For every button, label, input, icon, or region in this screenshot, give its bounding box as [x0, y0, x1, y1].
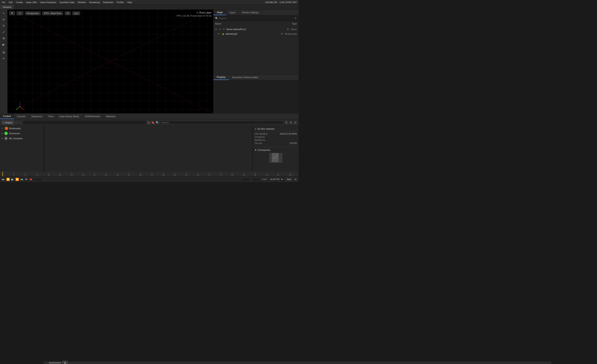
tab-flow[interactable]: Flow — [46, 114, 56, 119]
tab-stage[interactable]: Stage — [213, 9, 226, 15]
loop-button[interactable]: ⟳ — [25, 178, 28, 181]
omniverse-icon: ○ — [4, 132, 8, 135]
tab-nvidia-assets[interactable]: NVIDIA Assets — [82, 114, 103, 119]
eye-button[interactable]: 👁 — [65, 11, 71, 15]
tab-isaac-assets[interactable]: Isaac Assets (Beta) — [56, 114, 82, 119]
date-modified-value: 06/03/22 05:36PM — [280, 133, 297, 135]
collapse-checkpoints-icon[interactable]: ▼ — [255, 149, 257, 151]
no-files-label: No files selected — [258, 128, 274, 130]
tab-render-settings[interactable]: Render Settings — [239, 9, 262, 15]
bottom-section: Content Console Sequencer Flow Isaac Ass… — [0, 114, 298, 182]
tab-property[interactable]: Property — [213, 75, 229, 80]
filter-button[interactable]: ⊟ — [148, 121, 150, 124]
menu-isaac-utils[interactable]: Isaac Utils — [26, 1, 37, 4]
play-button[interactable]: ▶ — [11, 178, 14, 181]
tab-console[interactable]: Console — [14, 114, 29, 119]
tick-80: 80 — [231, 172, 233, 176]
end-frame-input[interactable]: 100 — [252, 178, 260, 181]
collapse-nofiles-icon[interactable]: ▼ — [255, 128, 257, 130]
move-tool[interactable]: ✛ — [1, 17, 7, 23]
expand-bookmarks[interactable]: ▼ — [2, 127, 4, 129]
viewport[interactable]: ⚙ 🎥 Perspective RTX - Real-Time 👁 ((•)) … — [8, 9, 213, 114]
fps-select[interactable]: 24.00 FPS — [268, 178, 284, 181]
menu-synthetic-data[interactable]: Synthetic Data — [60, 1, 74, 4]
expand-omniverse[interactable]: ▶ — [2, 132, 3, 134]
created-by-row: Created by — [255, 136, 297, 138]
expand-mycomputer[interactable]: ▶ — [2, 137, 3, 139]
menu-isaac-examples[interactable]: Isaac Examples — [40, 1, 56, 4]
content-search-input[interactable] — [160, 121, 283, 124]
menu-help[interactable]: Help — [127, 1, 132, 4]
cursor-tool[interactable]: ↖ — [1, 10, 7, 16]
menu-profiler[interactable]: Profiler — [117, 1, 124, 4]
menu-rendering[interactable]: Rendering — [89, 1, 100, 4]
cache-info: CACHE:ON LIVE SYNC:OFF — [265, 1, 297, 4]
file-tree-item-bookmarks[interactable]: ▼ 🔖 Bookmarks — [0, 126, 43, 131]
file-tree-item-omniverse[interactable]: ▶ ○ Omniverse — [0, 131, 43, 136]
eye2-defaultlight[interactable]: 👁 — [281, 33, 283, 35]
nav-forward-button[interactable]: › — [19, 121, 21, 124]
tab-sequencer[interactable]: Sequencer — [29, 114, 46, 119]
import-button[interactable]: + Import — [2, 121, 14, 124]
nav-back-button[interactable]: ‹ — [15, 121, 18, 124]
menu-edit[interactable]: Edit — [9, 1, 13, 4]
settings-button[interactable]: ⚙ — [9, 11, 15, 15]
settings-timeline-button[interactable]: ⚙ — [294, 178, 297, 181]
paint-tool[interactable]: ✏ — [1, 56, 7, 61]
tab-layer[interactable]: Layer — [226, 9, 239, 15]
step-back-button[interactable]: ⏪ — [6, 178, 10, 181]
snap-tool[interactable]: ⊞ — [1, 49, 7, 55]
tab-content[interactable]: Content — [0, 114, 14, 119]
fps-counter: 1190 — [262, 178, 267, 181]
menu-create[interactable]: Create — [16, 1, 23, 4]
rtx-button[interactable]: RTX - Real-Time — [42, 11, 63, 15]
tick-12: 12 — [36, 172, 38, 176]
eye2-world[interactable]: 👁 — [287, 28, 289, 30]
file-tree-item-mycomputer[interactable]: ▶ 🖥 My Computer — [0, 136, 43, 141]
perspective-button[interactable]: Perspective — [25, 11, 40, 15]
eye-defaultlight[interactable]: 👁 — [218, 33, 220, 35]
content-tabs: Content Console Sequencer Flow Isaac Ass… — [0, 114, 298, 119]
skip-start-button[interactable]: ⏮ — [2, 178, 5, 181]
stage-search-input[interactable] — [219, 17, 293, 20]
computer-icon: 🖥 — [4, 137, 8, 140]
tick-36: 36 — [105, 172, 107, 176]
menu-window[interactable]: Window — [78, 1, 86, 4]
tick-52: 52 — [151, 172, 153, 176]
content-filter-button[interactable]: ⊟ — [294, 121, 297, 124]
viewport-controls: ⚙ 🎥 Perspective RTX - Real-Time 👁 ((•)) — [9, 11, 80, 15]
eye-world[interactable]: 👁 — [215, 28, 217, 30]
tick-96: 96 — [277, 172, 279, 176]
current-frame-input[interactable]: 0 — [34, 178, 42, 181]
start-frame-input[interactable]: 0 — [242, 178, 250, 181]
timeline-ruler[interactable]: 0481216202428323640444852566064687276808… — [0, 172, 298, 177]
tab-materials[interactable]: Materials — [103, 114, 118, 119]
audio-button[interactable]: ((•)) — [72, 11, 80, 15]
record-button[interactable]: ⏺ — [29, 178, 32, 181]
checkpoints-header[interactable]: ▼ Checkpoints — [255, 149, 297, 151]
auto-button[interactable]: Auto — [285, 178, 293, 181]
list-view-button[interactable]: ☰ — [285, 121, 288, 124]
step-forward-button[interactable]: ⏩ — [16, 178, 19, 181]
modified-by-row: Modified by — [255, 139, 297, 141]
rotate-tool[interactable]: ↻ — [1, 23, 7, 29]
tree-item-defaultlight[interactable]: 👁 ◉ defaultLight 👁 DistantLight — [213, 31, 298, 36]
checkpoints-section: ▼ Checkpoints — [253, 147, 298, 165]
grid-view-button[interactable]: ⊞ — [289, 121, 292, 124]
skip-end-button[interactable]: ⏭ — [21, 178, 24, 181]
path-bar — [23, 120, 146, 125]
collapse-world[interactable]: ▼ — [219, 28, 221, 30]
menu-file[interactable]: File — [2, 1, 5, 4]
viewport-tab[interactable]: Viewport — [0, 5, 14, 9]
universal-tool[interactable]: ⊕ — [1, 35, 7, 41]
tree-item-world[interactable]: 👁 ▼ ✦ World (defaultPrim) 👁 Xform — [213, 27, 298, 31]
search-icon-content: 🔍 — [156, 121, 159, 124]
bookmark-button[interactable]: 🔖 — [151, 121, 155, 124]
world-label: World (defaultPrim) — [226, 28, 285, 30]
camera-button[interactable]: 🎥 — [17, 11, 23, 15]
play-tool[interactable]: ▶ — [1, 42, 7, 47]
scale-tool[interactable]: ⤢ — [1, 29, 7, 35]
menu-replicator[interactable]: Replicator — [103, 1, 114, 4]
tab-semantics[interactable]: Semantics Schema Editor — [229, 75, 262, 80]
filter-icon[interactable]: ▼ — [294, 17, 297, 20]
